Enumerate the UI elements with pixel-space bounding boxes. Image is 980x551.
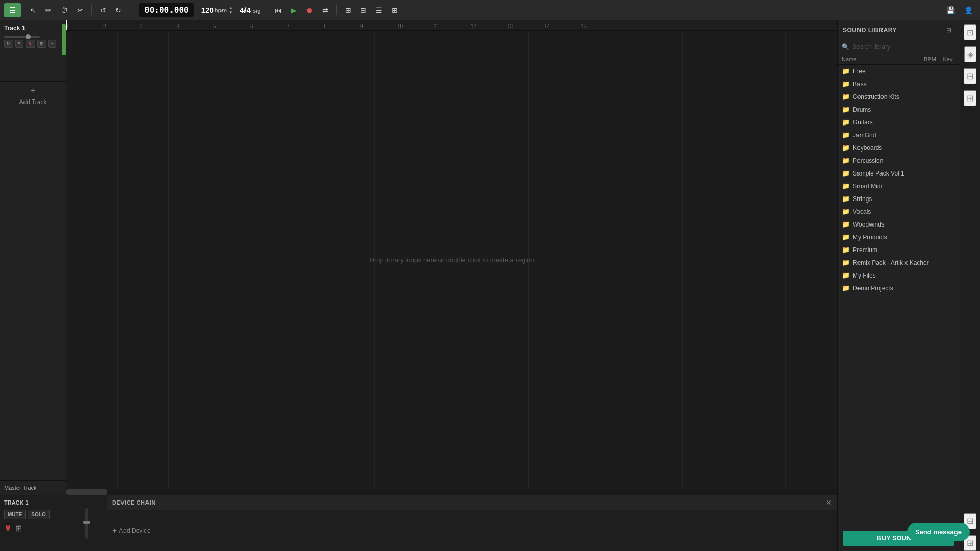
undo-button[interactable]: ↺ — [97, 4, 109, 16]
library-item-3[interactable]: 📁Drums — [838, 103, 960, 116]
device-chain-header: DEVICE CHAIN ✕ — [107, 495, 837, 510]
menu-icon: ☰ — [9, 6, 16, 14]
far-right-icon-1[interactable]: ⊡ — [964, 24, 976, 40]
scissors-tool-button[interactable]: ✂ — [74, 4, 86, 16]
library-item-12[interactable]: 📁Woodwinds — [838, 218, 960, 231]
folder-icon-12: 📁 — [842, 220, 850, 228]
folder-icon-4: 📁 — [842, 118, 850, 126]
ruler-mark-14: 14 — [544, 23, 550, 29]
library-item-16[interactable]: 📁My Files — [838, 269, 960, 282]
ruler-mark-9: 9 — [360, 23, 363, 29]
library-item-name-11: Vocals — [853, 208, 871, 215]
timeline-scrollbar[interactable] — [66, 489, 837, 495]
library-title: SOUND LIBRARY — [843, 27, 897, 34]
solo-button[interactable]: SOLO — [28, 510, 49, 519]
library-item-10[interactable]: 📁Strings — [838, 192, 960, 205]
far-right-icon-3[interactable]: ⊟ — [964, 68, 976, 84]
bpm-value[interactable]: 120 — [201, 6, 214, 14]
library-header: SOUND LIBRARY ⊟ — [838, 20, 960, 40]
library-search-input[interactable] — [852, 43, 955, 51]
time-signature[interactable]: 4/4 sig — [240, 6, 261, 14]
library-item-name-9: Smart Midi — [853, 183, 882, 190]
track-1-mute-btn[interactable]: M — [4, 40, 13, 48]
library-item-9[interactable]: 📁Smart Midi — [838, 180, 960, 192]
rewind-button[interactable]: ⏮ — [272, 4, 285, 16]
library-item-2[interactable]: 📁Construction Kits — [838, 90, 960, 103]
bottom-eq-btn[interactable]: ⊞ — [15, 523, 22, 533]
loop-button[interactable]: ⇄ — [319, 4, 331, 16]
align-icon: ⊞ — [345, 6, 351, 14]
folder-icon-15: 📁 — [842, 259, 850, 266]
add-device-button[interactable]: + Add Device — [112, 526, 151, 535]
bottom-fader-thumb[interactable] — [83, 521, 90, 524]
add-track-button[interactable]: + Track 1 Add Track — [0, 82, 66, 110]
far-right-icon-4[interactable]: ⊞ — [964, 90, 976, 106]
library-item-13[interactable]: 📁My Products — [838, 231, 960, 243]
bpm-arrows[interactable]: ▲ ▼ — [229, 6, 233, 15]
user-button[interactable]: 👤 — [961, 4, 976, 16]
drop-hint: Drop library loops here or double click … — [369, 256, 534, 264]
select-tool-button[interactable]: ↖ — [27, 4, 39, 16]
track-1-solo-btn[interactable]: S — [15, 40, 23, 48]
track-1-automation-btn[interactable]: ~ — [48, 40, 56, 48]
library-item-7[interactable]: 📁Percussion — [838, 154, 960, 167]
pencil-tool-button[interactable]: ✏ — [42, 4, 55, 16]
save-button[interactable]: 💾 — [943, 4, 958, 16]
far-right-icon-2[interactable]: ◈ — [964, 46, 976, 62]
library-settings-button[interactable]: ⊟ — [943, 24, 954, 36]
library-search-bar: 🔍 — [838, 40, 960, 54]
track-1-record-btn[interactable]: 🎙 — [26, 40, 35, 48]
ruler-mark-2: 2 — [103, 23, 106, 29]
folder-icon-2: 📁 — [842, 93, 850, 101]
library-column-headers: Name BPM Key — [838, 54, 960, 65]
redo-button[interactable]: ↻ — [112, 4, 125, 16]
mute-button[interactable]: MUTE — [4, 510, 26, 519]
send-message-button[interactable]: Send message — [907, 523, 970, 541]
library-item-14[interactable]: 📁Premium — [838, 243, 960, 256]
bottom-section: TRACK 1 MUTE SOLO 🎙 ⊞ DEVICE CHAIN ✕ — [0, 495, 837, 551]
folder-icon-10: 📁 — [842, 195, 850, 203]
library-item-8[interactable]: 📁Sample Pack Vol 1 — [838, 167, 960, 180]
far-right-panel: ⊡ ◈ ⊟ ⊞ ⊟ ⊞ — [960, 20, 980, 551]
bpm-label: bpm — [215, 7, 227, 13]
record-button[interactable]: ⏺ — [303, 4, 316, 16]
col-key-header: Key — [940, 56, 955, 62]
bottom-record-btn[interactable]: 🎙 — [4, 523, 12, 533]
library-item-11[interactable]: 📁Vocals — [838, 205, 960, 218]
device-chain-close-button[interactable]: ✕ — [826, 498, 832, 507]
clock-tool-button[interactable]: ⏱ — [58, 4, 71, 16]
track-1-volume-slider[interactable] — [4, 36, 40, 38]
sound-library-panel: SOUND LIBRARY ⊟ 🔍 Name BPM Key 📁Free📁Bas… — [837, 20, 960, 551]
library-item-15[interactable]: 📁Remix Pack - Artik x Kacher — [838, 256, 960, 269]
grid-button[interactable]: ⊞ — [388, 4, 401, 16]
redo-icon: ↻ — [115, 6, 121, 14]
track-labels: Track 1 M S 🎙 ⊞ ~ + Track 1 — [0, 20, 66, 495]
divider-3 — [266, 5, 266, 15]
menu-button[interactable]: ☰ — [4, 3, 21, 17]
align-button[interactable]: ⊞ — [342, 4, 354, 16]
pencil-icon: ✏ — [45, 6, 52, 14]
library-item-name-17: Demo Projects — [853, 285, 893, 292]
library-item-17[interactable]: 📁Demo Projects — [838, 282, 960, 294]
play-button[interactable]: ▶ — [288, 4, 300, 16]
ruler-mark-10: 10 — [397, 23, 403, 29]
snap-button[interactable]: ⊟ — [357, 4, 370, 16]
device-chain-title: DEVICE CHAIN — [112, 499, 156, 506]
quantize-button[interactable]: ☰ — [373, 4, 385, 16]
grid-line-6 — [323, 31, 375, 489]
plus-icon: + — [30, 86, 36, 96]
tracks-panel: Track 1 M S 🎙 ⊞ ~ + Track 1 — [0, 20, 837, 495]
track-1-fx-btn[interactable]: ⊞ — [37, 40, 46, 48]
library-item-6[interactable]: 📁Keyboards — [838, 141, 960, 154]
library-item-1[interactable]: 📁Bass — [838, 78, 960, 90]
loop-icon: ⇄ — [322, 6, 328, 14]
library-item-name-2: Construction Kits — [853, 93, 899, 101]
library-item-4[interactable]: 📁Guitars — [838, 116, 960, 129]
library-item-0[interactable]: 📁Free — [838, 65, 960, 78]
track-content[interactable]: Drop library loops here or double click … — [66, 31, 837, 489]
library-item-5[interactable]: 📁JamGrid — [838, 129, 960, 141]
main-area: Track 1 M S 🎙 ⊞ ~ + Track 1 — [0, 20, 980, 551]
folder-icon-1: 📁 — [842, 80, 850, 88]
bottom-track-name: TRACK 1 — [4, 499, 62, 506]
scrollbar-thumb[interactable] — [66, 489, 107, 495]
